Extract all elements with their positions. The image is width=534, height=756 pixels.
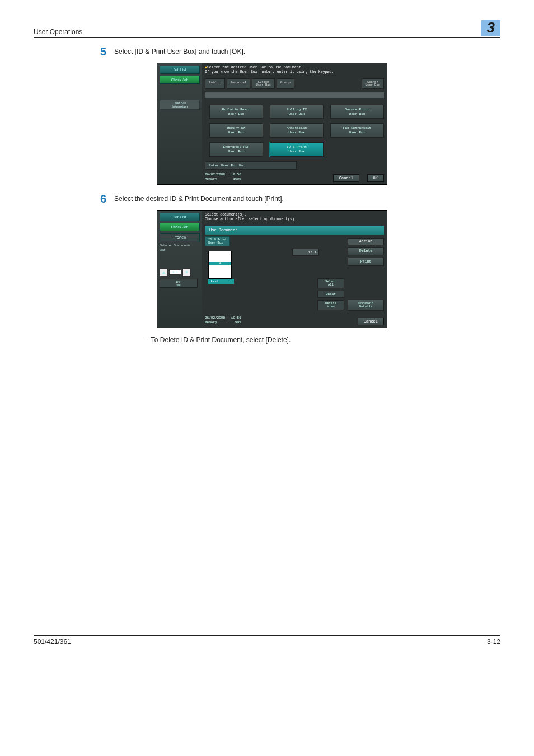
polling-tx-box-button[interactable]: Polling TX User Box bbox=[270, 105, 324, 119]
msg1b: Select document(s). bbox=[205, 213, 246, 217]
use-document-tab[interactable]: Use Document bbox=[205, 226, 384, 235]
datetime-memory-2: 26/02/2008 10:56 Memory 99% bbox=[205, 316, 241, 324]
msg2: If you know the User Box number, enter i… bbox=[205, 70, 334, 74]
id-print-box-button[interactable]: ID & Print User Box bbox=[270, 142, 324, 157]
document-details-button[interactable]: Document Details bbox=[348, 300, 384, 311]
page-down-icon[interactable]: ▼ bbox=[182, 268, 191, 277]
screenshot-user-box: Job List Check Job User Box Information … bbox=[157, 63, 387, 185]
delete-note: – To Delete ID & Print Document, select … bbox=[146, 336, 500, 344]
annotation-box-button[interactable]: Annotation User Box bbox=[270, 123, 324, 138]
footer-right: 3-12 bbox=[487, 638, 500, 646]
step-text-6: Select the desired ID & Print Document a… bbox=[114, 195, 284, 203]
selected-doc-name: test bbox=[160, 248, 200, 251]
msg2b: Choose action after selecting document(s… bbox=[205, 217, 297, 221]
memory-rx-box-button[interactable]: Memory RX User Box bbox=[209, 123, 263, 138]
cancel-button-2[interactable]: Cancel bbox=[358, 318, 384, 325]
tab-search[interactable]: Search User Box bbox=[362, 78, 384, 89]
page-indicator: 1/ 1 bbox=[169, 269, 181, 275]
bulletin-board-box-button[interactable]: Bulletin Board User Box bbox=[209, 105, 263, 119]
fax-retransmit-box-button[interactable]: Fax Retransmit User Box bbox=[330, 123, 384, 138]
datetime-memory: 26/02/2008 10:56 Memory 100% bbox=[205, 172, 241, 180]
check-job-button[interactable]: Check Job bbox=[160, 76, 200, 84]
action-label: Action bbox=[348, 238, 384, 245]
chapter-number: 3 bbox=[481, 20, 500, 36]
preview-button[interactable]: Preview bbox=[160, 233, 200, 241]
step-text-5: Select [ID & Print User Box] and touch [… bbox=[114, 48, 245, 55]
job-list-button-2[interactable]: Job List bbox=[160, 213, 200, 221]
print-button[interactable]: Print bbox=[348, 258, 384, 266]
id-print-sub-tab[interactable]: ID & Print User Box bbox=[205, 236, 230, 246]
msg1: Select the desired User Box to use docum… bbox=[207, 66, 303, 69]
step-number-5: 5 bbox=[90, 45, 106, 58]
tab-system[interactable]: System User Box bbox=[252, 78, 274, 89]
detail-view-button[interactable]: Detail View bbox=[317, 300, 344, 310]
job-list-button[interactable]: Job List bbox=[160, 66, 200, 74]
tab-group[interactable]: Group bbox=[277, 78, 294, 89]
enter-user-box-label[interactable]: Enter User Box No. bbox=[205, 161, 297, 170]
selected-docs-label: Selected Documents bbox=[160, 244, 200, 247]
ok-button[interactable]: OK bbox=[367, 174, 384, 182]
delete-button[interactable]: Delete bbox=[348, 247, 384, 255]
document-thumbnail[interactable]: 1 bbox=[208, 251, 232, 279]
check-job-button-2[interactable]: Check Job bbox=[160, 223, 200, 231]
label-strip bbox=[205, 92, 384, 98]
select-all-button[interactable]: Select All bbox=[317, 278, 344, 288]
user-box-info-tab[interactable]: User Box Information bbox=[160, 100, 200, 110]
detail-button[interactable]: De- tail bbox=[160, 279, 198, 288]
step-number-6: 6 bbox=[90, 193, 106, 206]
secure-print-box-button[interactable]: Secure Print User Box bbox=[330, 105, 384, 119]
reset-button[interactable]: Reset bbox=[317, 291, 344, 298]
tab-public[interactable]: Public bbox=[205, 78, 225, 89]
tab-personal[interactable]: Personal bbox=[227, 78, 251, 89]
footer-left: 501/421/361 bbox=[34, 638, 71, 646]
thumb-number: 1 bbox=[209, 262, 231, 265]
pager: ▲ 1/ 1 ▼ bbox=[160, 268, 200, 277]
encrypted-pdf-box-button[interactable]: Encrypted PDF User Box bbox=[209, 142, 263, 157]
cancel-button[interactable]: Cancel bbox=[333, 174, 359, 182]
thumb-label: test bbox=[208, 279, 234, 284]
page-up-icon[interactable]: ▲ bbox=[160, 268, 168, 277]
screenshot-id-print: Job List Check Job Preview Selected Docu… bbox=[157, 210, 387, 328]
section-title: User Operations bbox=[34, 28, 82, 36]
